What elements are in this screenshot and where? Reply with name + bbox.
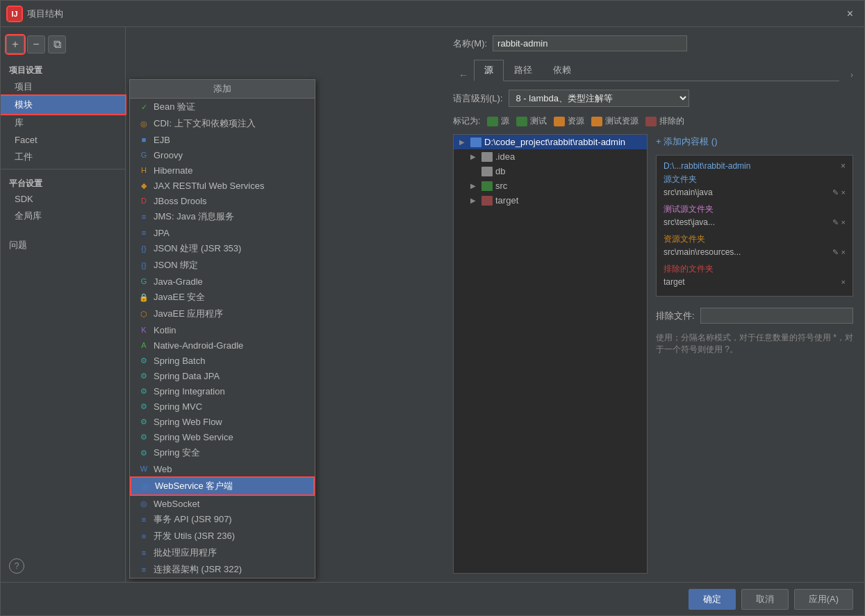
test-delete-icon[interactable]: × [841, 218, 846, 227]
content-area: 名称(M): ← 源 路径 依赖 [442, 27, 864, 582]
dropdown-item-spring-integration[interactable]: ⚙ Spring Integration [130, 383, 315, 399]
source-folder-title: 源文件夹 [664, 174, 846, 185]
tree-item-db[interactable]: db [454, 164, 647, 178]
tree-root[interactable]: ▶ D:\code_project\rabbit\rabbit-admin [454, 135, 647, 149]
sidebar-item-library[interactable]: 库 [1, 114, 125, 132]
dropdown-item-spring-web-flow[interactable]: ⚙ Spring Web Flow [130, 414, 315, 429]
source-folder-section: 源文件夹 src\main\java ✎ × [664, 174, 846, 198]
source-panel-path: D:\...rabbit\rabbit-admin [664, 161, 750, 171]
dropdown-item-android-gradle[interactable]: A Native-Android-Gradle [130, 338, 315, 353]
name-input[interactable] [493, 35, 687, 51]
dropdown-item-bean[interactable]: ✓ Bean 验证 [130, 99, 315, 115]
dropdown-item-jpa[interactable]: ≡ JPA [130, 225, 315, 240]
dropdown-item-spring-web-service[interactable]: ⚙ Spring Web Service [130, 429, 315, 444]
dropdown-item-spring-batch[interactable]: ⚙ Spring Batch [130, 353, 315, 368]
source-edit-icon[interactable]: ✎ [832, 188, 839, 197]
dropdown-item-transaction-api[interactable]: ≡ 事务 API (JSR 907) [130, 511, 315, 528]
cdi-icon: ◎ [138, 118, 149, 129]
help-button[interactable]: ? [9, 558, 24, 574]
legend-test-resource: 测试资源 [591, 115, 639, 127]
sidebar-item-project[interactable]: 项目 [1, 78, 125, 96]
dropdown-item-json353[interactable]: {} JSON 处理 (JSR 353) [130, 240, 315, 257]
tree-idea-label: .idea [495, 151, 515, 162]
tree-item-idea[interactable]: ▶ .idea [454, 149, 647, 164]
sidebar-item-module[interactable]: 模块 [1, 96, 125, 114]
dropdown-item-java-gradle[interactable]: G Java-Gradle [130, 274, 315, 289]
dropdown-item-connector[interactable]: ≡ 连接器架构 (JSR 322) [130, 561, 315, 578]
dropdown-item-spring-security[interactable]: ⚙ Spring 安全 [130, 444, 315, 461]
dropdown-item-spring-mvc[interactable]: ⚙ Spring MVC [130, 399, 315, 414]
legend-test-label: 测试 [530, 115, 547, 127]
resource-delete-icon[interactable]: × [841, 248, 846, 257]
source-path-row: src\main\java ✎ × [664, 187, 846, 198]
excluded-path-icons: × [841, 278, 846, 286]
panel-scroll-indicator[interactable]: › [850, 70, 853, 80]
dropdown-item-batch-app[interactable]: ≡ 批处理应用程序 [130, 544, 315, 561]
dropdown-item-ejb[interactable]: ■ EJB [130, 132, 315, 147]
tab-path[interactable]: 路径 [504, 60, 543, 81]
resource-edit-icon[interactable]: ✎ [832, 248, 839, 257]
remove-button[interactable]: − [27, 35, 45, 53]
apply-button[interactable]: 应用(A) [794, 589, 853, 610]
tree-target-label: target [495, 195, 518, 206]
legend-excluded-label: 排除的 [659, 115, 684, 127]
dropdown-item-javaee-sec[interactable]: 🔒 JavaEE 安全 [130, 289, 315, 306]
name-row: 名称(M): [453, 35, 853, 51]
ok-button[interactable]: 确定 [689, 589, 736, 610]
sidebar-item-sdk[interactable]: SDK [1, 191, 125, 207]
excluded-folder-section: 排除的文件夹 target × [664, 263, 846, 288]
jax-icon: ◆ [138, 180, 149, 191]
copy-button[interactable]: ⧉ [48, 35, 66, 53]
filter-input[interactable] [700, 308, 853, 324]
tree-root-label: D:\code_project\rabbit\rabbit-admin [484, 137, 625, 147]
hibernate-icon: H [138, 165, 149, 176]
tab-dependency[interactable]: 依赖 [543, 60, 582, 81]
tree-root-folder-icon [470, 138, 481, 147]
dropdown-item-web[interactable]: W Web [130, 461, 315, 476]
sidebar-item-artifact[interactable]: 工件 [1, 148, 125, 166]
sidebar-item-facet[interactable]: Facet [1, 132, 125, 148]
web-icon: W [138, 463, 149, 474]
dropdown-item-javaee-app[interactable]: ⬡ JavaEE 应用程序 [130, 306, 315, 322]
tree-root-arrow: ▶ [459, 138, 468, 146]
tree-item-target[interactable]: ▶ target [454, 193, 647, 208]
tree-idea-folder-icon [481, 152, 493, 162]
dropdown-item-cdi[interactable]: ◎ CDI: 上下文和依赖项注入 [130, 115, 315, 132]
dropdown-item-groovy[interactable]: G Groovy [130, 147, 315, 163]
tree-src-folder-icon [481, 181, 493, 191]
sidebar-item-global-library[interactable]: 全局库 [1, 207, 125, 225]
dropdown-item-spring-data-jpa[interactable]: ⚙ Spring Data JPA [130, 368, 315, 383]
close-button[interactable]: × [843, 6, 857, 22]
add-button[interactable]: + [6, 35, 24, 53]
legend-mark-label: 标记为: [453, 115, 480, 127]
dropdown-item-websocket[interactable]: ◎ WebSocket [130, 496, 315, 511]
tab-source[interactable]: 源 [474, 60, 504, 81]
source-delete-icon[interactable]: × [841, 188, 846, 197]
source-panel-close-button[interactable]: × [841, 161, 846, 171]
tree-item-src[interactable]: ▶ src [454, 178, 647, 193]
dropdown-item-kotlin[interactable]: K Kotlin [130, 322, 315, 338]
legend-test: 测试 [516, 115, 547, 127]
excluded-delete-icon[interactable]: × [841, 278, 846, 286]
dropdown-item-jsonbind[interactable]: {} JSON 绑定 [130, 257, 315, 274]
test-edit-icon[interactable]: ✎ [832, 218, 839, 227]
sidebar-item-problems[interactable]: 问题 [9, 236, 125, 254]
dropdown-item-jax[interactable]: ◆ JAX RESTful Web Services [130, 178, 315, 193]
back-button[interactable]: ← [459, 69, 468, 81]
dropdown-item-jms[interactable]: ≡ JMS: Java 消息服务 [130, 208, 315, 225]
spring-batch-icon: ⚙ [138, 355, 149, 366]
dropdown-item-jboss[interactable]: D JBoss Drools [130, 193, 315, 208]
add-content-root-button[interactable]: + 添加内容根 () [656, 134, 853, 149]
lang-level-select[interactable]: 8 - lambda、类型注解等 [509, 90, 689, 107]
dropdown-item-webservice-client[interactable]: ◎ WebService 客户端 [130, 476, 315, 496]
websocket-icon: ◎ [138, 498, 149, 509]
source-panel-header: D:\...rabbit\rabbit-admin × [664, 161, 846, 171]
cancel-button[interactable]: 取消 [741, 589, 789, 610]
kotlin-icon: K [138, 324, 149, 335]
dropdown-item-dev-utils[interactable]: ≡ 开发 Utils (JSR 236) [130, 528, 315, 544]
javaee-sec-icon: 🔒 [138, 292, 149, 303]
excluded-path-row: target × [664, 276, 846, 288]
test-path-icons: ✎ × [832, 218, 846, 227]
dropdown-item-hibernate[interactable]: H Hibernate [130, 163, 315, 178]
legend-test-box [516, 117, 527, 126]
